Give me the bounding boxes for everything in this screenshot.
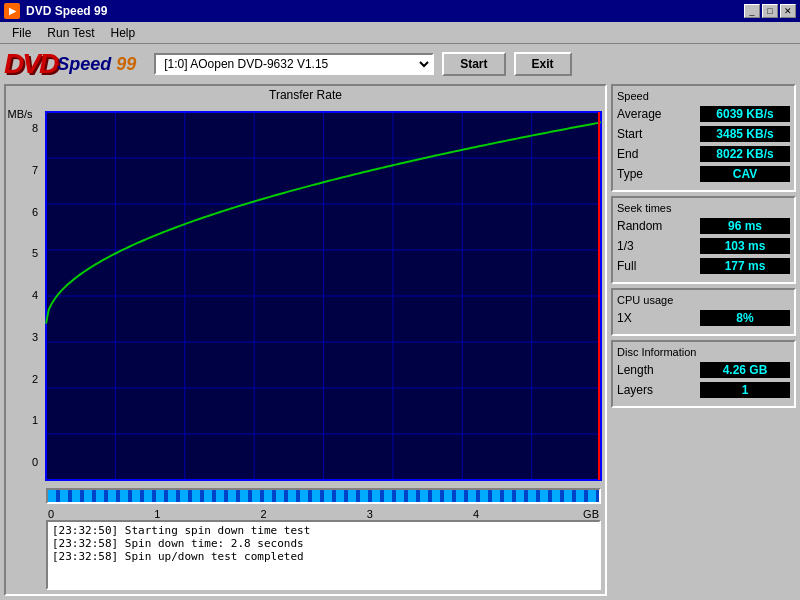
cpu-section-title: CPU usage	[617, 294, 790, 306]
disc-length-label: Length	[617, 363, 654, 377]
chart-title: Transfer Rate	[6, 86, 605, 104]
title-bar-title: DVD Speed 99	[26, 4, 107, 18]
x-label-2: 2	[260, 508, 266, 520]
speed-end-row: End 8022 KB/s	[617, 146, 790, 162]
speed-average-label: Average	[617, 107, 661, 121]
disc-layers-value: 1	[700, 382, 790, 398]
chart-wrapper	[42, 104, 605, 488]
speed-start-row: Start 3485 KB/s	[617, 126, 790, 142]
logo-dvd: DVD	[4, 48, 57, 80]
x-label-4: 4	[473, 508, 479, 520]
disc-length-value: 4.26 GB	[700, 362, 790, 378]
y-axis: MB/s 0 1 2 3 4 5 6 7 8	[6, 104, 42, 488]
seek-full-value: 177 ms	[700, 258, 790, 274]
seek-full-row: Full 177 ms	[617, 258, 790, 274]
disc-layers-label: Layers	[617, 383, 653, 397]
seek-times-title: Seek times	[617, 202, 790, 214]
close-button[interactable]: ✕	[780, 4, 796, 18]
start-button[interactable]: Start	[442, 52, 505, 76]
title-bar: ▶ DVD Speed 99 _ □ ✕	[0, 0, 800, 22]
x-label-3: 3	[367, 508, 373, 520]
log-entry: [23:32:58] Spin down time: 2.8 seconds	[52, 537, 595, 550]
speed-average-value: 6039 KB/s	[700, 106, 790, 122]
progress-bar	[46, 488, 601, 504]
chart-container: MB/s 0 1 2 3 4 5 6 7 8	[6, 104, 605, 488]
title-bar-left: ▶ DVD Speed 99	[4, 3, 107, 19]
disc-length-row: Length 4.26 GB	[617, 362, 790, 378]
cpu-1x-label: 1X	[617, 311, 632, 325]
speed-end-value: 8022 KB/s	[700, 146, 790, 162]
speed-type-label: Type	[617, 167, 643, 181]
toolbar-row: DVD Speed 99 [1:0] AOopen DVD-9632 V1.15…	[4, 48, 796, 80]
log-entry: [23:32:50] Starting spin down time test	[52, 524, 595, 537]
chart-panel: Transfer Rate MB/s 0 1 2 3 4 5 6 7 8	[4, 84, 607, 596]
content-row: Transfer Rate MB/s 0 1 2 3 4 5 6 7 8	[4, 84, 796, 596]
speed-section-title: Speed	[617, 90, 790, 102]
seek-random-row: Random 96 ms	[617, 218, 790, 234]
logo: DVD Speed 99	[4, 48, 136, 80]
y-axis-label: MB/s	[2, 108, 38, 120]
drive-selector: [1:0] AOopen DVD-9632 V1.15	[154, 53, 434, 75]
disc-layers-row: Layers 1	[617, 382, 790, 398]
seek-random-label: Random	[617, 219, 662, 233]
logo-speed: Speed	[57, 54, 111, 75]
drive-select[interactable]: [1:0] AOopen DVD-9632 V1.15	[154, 53, 434, 75]
exit-button[interactable]: Exit	[514, 52, 572, 76]
speed-type-value: CAV	[700, 166, 790, 182]
chart-canvas	[42, 104, 605, 488]
cpu-section: CPU usage 1X 8%	[611, 288, 796, 336]
x-label-0: 0	[48, 508, 54, 520]
title-bar-controls: _ □ ✕	[744, 4, 796, 18]
minimize-button[interactable]: _	[744, 4, 760, 18]
seek-times-section: Seek times Random 96 ms 1/3 103 ms Full …	[611, 196, 796, 284]
right-panel: Speed Average 6039 KB/s Start 3485 KB/s …	[611, 84, 796, 596]
seek-third-row: 1/3 103 ms	[617, 238, 790, 254]
main-content: DVD Speed 99 [1:0] AOopen DVD-9632 V1.15…	[0, 44, 800, 600]
menu-file[interactable]: File	[4, 22, 39, 43]
maximize-button[interactable]: □	[762, 4, 778, 18]
speed-average-row: Average 6039 KB/s	[617, 106, 790, 122]
speed-end-label: End	[617, 147, 638, 161]
x-axis-unit: GB	[583, 508, 599, 520]
y-labels: 0 1 2 3 4 5 6 7 8	[32, 122, 38, 468]
speed-start-label: Start	[617, 127, 642, 141]
seek-random-value: 96 ms	[700, 218, 790, 234]
seek-third-label: 1/3	[617, 239, 634, 253]
progress-bar-fill	[48, 490, 599, 502]
speed-type-row: Type CAV	[617, 166, 790, 182]
speed-section: Speed Average 6039 KB/s Start 3485 KB/s …	[611, 84, 796, 192]
logo-99: 99	[111, 54, 136, 75]
menu-run-test[interactable]: Run Test	[39, 22, 102, 43]
speed-start-value: 3485 KB/s	[700, 126, 790, 142]
x-label-1: 1	[154, 508, 160, 520]
disc-info-section: Disc Information Length 4.26 GB Layers 1	[611, 340, 796, 408]
seek-third-value: 103 ms	[700, 238, 790, 254]
log-entry: [23:32:58] Spin up/down test completed	[52, 550, 595, 563]
chart-bottom: 0 1 2 3 4 GB [23:32:50] Starting spin do…	[6, 488, 605, 594]
menu-help[interactable]: Help	[102, 22, 143, 43]
log-area[interactable]: [23:32:50] Starting spin down time test …	[46, 520, 601, 590]
seek-full-label: Full	[617, 259, 636, 273]
menu-bar: File Run Test Help	[0, 22, 800, 44]
app-icon: ▶	[4, 3, 20, 19]
cpu-1x-row: 1X 8%	[617, 310, 790, 326]
cpu-1x-value: 8%	[700, 310, 790, 326]
disc-info-title: Disc Information	[617, 346, 790, 358]
